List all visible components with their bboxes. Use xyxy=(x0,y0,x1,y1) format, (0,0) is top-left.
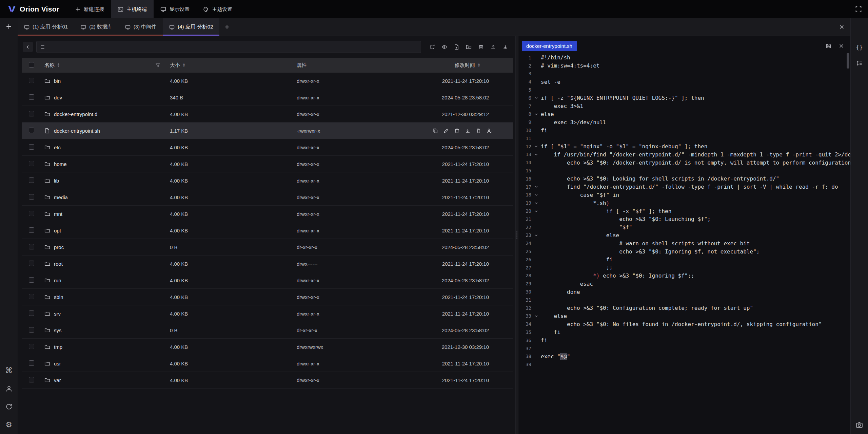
row-checkbox[interactable] xyxy=(29,78,34,83)
panel-resize-handle[interactable] xyxy=(515,36,518,434)
row-checkbox[interactable] xyxy=(29,194,34,200)
column-header-mtime[interactable]: 修改时间 ▲▼ xyxy=(432,62,513,69)
file-row-usr[interactable]: usr 4.00 KB drwxr-xr-x 2021-11-24 17:20:… xyxy=(22,355,513,372)
select-all-checkbox[interactable] xyxy=(29,62,34,68)
row-checkbox[interactable] xyxy=(29,128,34,133)
row-checkbox[interactable] xyxy=(29,144,34,150)
row-checkbox[interactable] xyxy=(29,111,34,116)
fold-chevron-icon[interactable] xyxy=(531,201,541,205)
add-icon[interactable] xyxy=(5,23,12,30)
code-line: 6 if [ -z "${NGINX_ENTRYPOINT_QUIET_LOGS… xyxy=(518,94,850,102)
settings-icon[interactable]: ⚙ xyxy=(5,421,12,429)
file-row-media[interactable]: media 4.00 KB drwxr-xr-x 2021-11-24 17:2… xyxy=(22,189,513,206)
download-icon[interactable] xyxy=(465,128,471,134)
file-row-mnt[interactable]: mnt 4.00 KB drwxr-xr-x 2021-11-24 17:20:… xyxy=(22,206,513,222)
menu-item-new-connection[interactable]: 新建连接 xyxy=(68,0,111,18)
file-row-sys[interactable]: sys 0 B dr-xr-xr-x 2024-05-28 23:58:02 xyxy=(22,322,513,339)
editor-scrollbar[interactable] xyxy=(847,53,849,69)
copy-icon[interactable] xyxy=(476,128,481,134)
file-row-run[interactable]: run 4.00 KB drwxr-xr-x 2024-05-28 23:58:… xyxy=(22,272,513,289)
command-icon[interactable]: ⌘ xyxy=(5,367,13,374)
sort-icon[interactable]: ▲▼ xyxy=(182,63,185,68)
file-row-sbin[interactable]: sbin 4.00 KB drwxr-xr-x 2021-11-24 17:20… xyxy=(22,289,513,305)
terminal-tab-3[interactable]: (3) 中间件 xyxy=(119,18,163,36)
row-checkbox[interactable] xyxy=(29,244,34,249)
new-folder-icon[interactable] xyxy=(463,41,474,52)
row-checkbox[interactable] xyxy=(29,261,34,266)
refresh-icon[interactable] xyxy=(427,41,437,52)
fold-chevron-icon[interactable] xyxy=(531,152,541,157)
camera-icon[interactable] xyxy=(856,421,863,429)
file-row-docker-entrypoint.sh[interactable]: docker-entrypoint.sh 1.17 KB -rwxrwxr-x xyxy=(22,122,513,139)
save-icon[interactable] xyxy=(824,41,833,50)
file-row-opt[interactable]: opt 4.00 KB drwxr-xr-x 2021-11-24 17:20:… xyxy=(22,222,513,239)
fold-chevron-icon[interactable] xyxy=(531,314,541,318)
file-row-root[interactable]: root 4.00 KB drwx------ 2021-11-24 17:20… xyxy=(22,256,513,272)
user-icon[interactable] xyxy=(5,385,13,392)
sort-icon[interactable]: ▲▼ xyxy=(57,63,60,68)
menu-item-theme-settings[interactable]: 主题设置 xyxy=(196,0,239,18)
preview-icon[interactable] xyxy=(439,41,450,52)
code-area[interactable]: 1 #!/bin/sh 2 # vim:sw=4:ts=4:et 3 4 set… xyxy=(518,52,850,434)
row-checkbox[interactable] xyxy=(29,344,34,349)
row-checkbox[interactable] xyxy=(29,294,34,299)
close-panel-icon[interactable] xyxy=(839,24,845,30)
file-row-proc[interactable]: proc 0 B dr-xr-xr-x 2024-05-28 23:58:02 xyxy=(22,239,513,256)
filter-icon[interactable] xyxy=(155,63,160,68)
row-checkbox[interactable] xyxy=(29,377,34,382)
file-row-var[interactable]: var 4.00 KB drwxr-xr-x 2021-11-24 17:20:… xyxy=(22,372,513,389)
terminal-tab-2[interactable]: (2) 数据库 xyxy=(74,18,119,36)
row-checkbox[interactable] xyxy=(29,94,34,100)
file-row-srv[interactable]: srv 4.00 KB drwxr-xr-x 2021-11-24 17:20:… xyxy=(22,305,513,322)
line-spacing-icon[interactable] xyxy=(856,60,863,67)
copy-path-icon[interactable] xyxy=(432,128,438,134)
back-button[interactable] xyxy=(23,42,33,52)
file-row-docker-entrypoint.d[interactable]: docker-entrypoint.d 4.00 KB drwxr-xr-x 2… xyxy=(22,106,513,122)
new-tab-button[interactable] xyxy=(219,18,234,36)
row-checkbox[interactable] xyxy=(29,310,34,316)
column-header-name[interactable]: 名称 ▲▼ xyxy=(44,62,170,69)
fold-chevron-icon[interactable] xyxy=(531,144,541,149)
fold-chevron-icon[interactable] xyxy=(531,185,541,189)
menu-item-display-settings[interactable]: 显示设置 xyxy=(154,0,196,18)
edit-icon[interactable] xyxy=(443,128,449,134)
fold-chevron-icon[interactable] xyxy=(531,233,541,238)
row-checkbox[interactable] xyxy=(29,161,34,166)
braces-icon[interactable]: {} xyxy=(856,45,863,51)
menu-item-host-terminal[interactable]: 主机终端 xyxy=(111,0,154,18)
fold-chevron-icon[interactable] xyxy=(531,96,541,100)
fold-chevron-icon[interactable] xyxy=(531,112,541,116)
row-checkbox[interactable] xyxy=(29,177,34,183)
code-text: fi xyxy=(541,127,850,134)
delete-icon[interactable] xyxy=(475,41,486,52)
terminal-tab-1[interactable]: (1) 应用-分析01 xyxy=(18,18,74,36)
file-row-etc[interactable]: etc 4.00 KB drwxr-xr-x 2024-05-28 23:58:… xyxy=(22,139,513,156)
fullscreen-icon[interactable] xyxy=(855,6,862,13)
download-icon[interactable] xyxy=(500,41,511,52)
file-name: dev xyxy=(54,95,62,100)
row-checkbox[interactable] xyxy=(29,360,34,366)
row-checkbox[interactable] xyxy=(29,277,34,283)
sort-icon[interactable]: ▲▼ xyxy=(477,63,480,68)
path-input[interactable] xyxy=(48,44,417,50)
fold-chevron-icon[interactable] xyxy=(531,193,541,197)
file-row-lib[interactable]: lib 4.00 KB drwxr-xr-x 2021-11-24 17:20:… xyxy=(22,172,513,189)
file-row-tmp[interactable]: tmp 4.00 KB drwxrwxrwx 2021-12-30 03:29:… xyxy=(22,339,513,355)
close-icon[interactable] xyxy=(837,41,846,50)
column-header-size[interactable]: 大小 ▲▼ xyxy=(170,62,297,69)
row-checkbox[interactable] xyxy=(29,211,34,216)
file-row-home[interactable]: home 4.00 KB drwxr-xr-x 2021-11-24 17:20… xyxy=(22,156,513,172)
file-row-dev[interactable]: dev 340 B drwxr-xr-x 2024-05-28 23:58:02 xyxy=(22,89,513,106)
delete-icon[interactable] xyxy=(454,128,460,134)
file-row-bin[interactable]: bin 4.00 KB drwxr-xr-x 2021-11-24 17:20:… xyxy=(22,73,513,89)
upload-icon[interactable] xyxy=(488,41,498,52)
editor-file-tab[interactable]: docker-entrypoint.sh xyxy=(522,41,577,51)
path-tree-icon[interactable] xyxy=(40,44,45,50)
row-checkbox[interactable] xyxy=(29,327,34,333)
permission-icon[interactable] xyxy=(487,128,492,134)
sync-icon[interactable] xyxy=(5,403,13,410)
new-file-icon[interactable] xyxy=(451,41,462,52)
row-checkbox[interactable] xyxy=(29,227,34,233)
fold-chevron-icon[interactable] xyxy=(531,209,541,213)
terminal-tab-4[interactable]: (4) 应用-分析02 xyxy=(163,18,219,36)
